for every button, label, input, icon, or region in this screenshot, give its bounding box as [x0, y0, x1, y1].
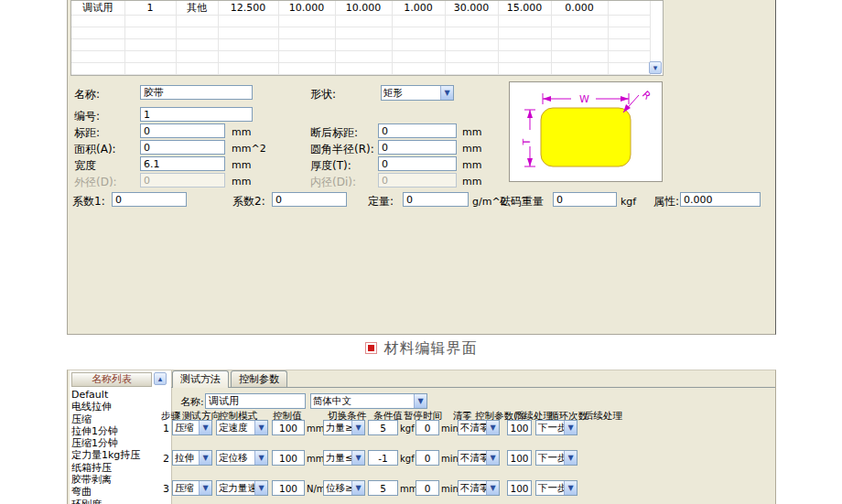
table-row[interactable] — [71, 63, 650, 75]
attribute-field[interactable] — [680, 192, 761, 207]
break-gauge-field[interactable] — [378, 123, 457, 138]
chevron-down-icon[interactable]: ▼ — [199, 451, 211, 465]
chevron-down-icon[interactable]: ▼ — [486, 451, 499, 465]
direction-select[interactable]: 压缩▼ — [172, 420, 212, 435]
condition-value-field[interactable] — [368, 420, 398, 435]
area-field[interactable] — [140, 140, 225, 155]
coef2-field[interactable] — [272, 192, 347, 207]
list-item[interactable]: 定力量1kg持压 — [71, 449, 168, 461]
width-field[interactable] — [140, 156, 225, 171]
next-step-select[interactable]: 下一步▼ — [535, 480, 578, 496]
switch-condition-select[interactable]: 力量≤▼ — [323, 450, 365, 466]
unit-label: mm^2 — [232, 143, 266, 155]
list-item[interactable]: 纸箱持压 — [71, 462, 168, 474]
cell[interactable]: 10.000 — [278, 1, 335, 16]
chevron-down-icon[interactable]: ▼ — [254, 451, 267, 465]
cell[interactable]: 其他 — [176, 1, 218, 16]
name-list: 名称列表 ▴ Default 电线拉伸 压缩 拉伸1分钟 压缩1分钟 定力量1k… — [70, 370, 172, 504]
name-list-header[interactable]: 名称列表 — [71, 372, 152, 387]
control-mode-select[interactable]: 定速度▼ — [216, 420, 268, 435]
shape-diagram: W T R — [510, 82, 662, 181]
control-value-field[interactable] — [272, 480, 305, 496]
zero-select[interactable]: 不清零▼ — [458, 480, 500, 496]
chevron-down-icon[interactable]: ▼ — [351, 451, 364, 465]
control-param-field[interactable] — [507, 420, 532, 435]
control-value-field[interactable] — [272, 450, 305, 466]
name-field[interactable] — [140, 85, 253, 100]
grammage-field[interactable] — [403, 192, 469, 207]
tab-control-params[interactable]: 控制参数 — [231, 370, 287, 387]
scroll-down-icon[interactable]: ▾ — [649, 61, 662, 74]
chevron-down-icon[interactable]: ▼ — [199, 421, 211, 434]
cell[interactable]: 30.000 — [445, 1, 498, 16]
table-row[interactable]: 调试用 1 其他 12.500 10.000 10.000 1.000 30.0… — [71, 1, 650, 16]
control-mode-select[interactable]: 定位移▼ — [216, 450, 268, 466]
cell[interactable]: 15.000 — [498, 1, 551, 16]
direction-select[interactable]: 压缩▼ — [172, 480, 212, 496]
control-param-field[interactable] — [507, 480, 532, 496]
gauge-field[interactable] — [140, 123, 225, 138]
dim-t-label: T — [521, 138, 533, 145]
condition-value-field[interactable] — [368, 450, 398, 466]
cell[interactable]: 1 — [124, 1, 176, 16]
thickness-field[interactable] — [378, 156, 457, 171]
scroll-up-icon[interactable]: ▴ — [154, 372, 167, 385]
field-label: 内径(Di): — [310, 175, 356, 190]
list-item[interactable]: Default — [71, 389, 168, 401]
list-item[interactable]: 环刚度 — [71, 499, 168, 504]
coef1-field[interactable] — [112, 192, 187, 207]
outer-diameter-field — [140, 173, 225, 188]
control-mode-select[interactable]: 定力量速率▼ — [216, 480, 268, 496]
table-row[interactable] — [71, 16, 650, 27]
number-field[interactable] — [140, 107, 253, 122]
condition-value-field[interactable] — [368, 480, 398, 496]
chevron-down-icon[interactable]: ▼ — [254, 421, 267, 434]
chevron-down-icon[interactable]: ▼ — [564, 421, 577, 434]
materials-table[interactable]: 调试用 1 其他 12.500 10.000 10.000 1.000 30.0… — [70, 0, 664, 76]
list-item[interactable]: 压缩 — [71, 413, 168, 425]
list-item[interactable]: 压缩1分钟 — [71, 437, 168, 449]
material-edit-panel: 调试用 1 其他 12.500 10.000 10.000 1.000 30.0… — [67, 0, 776, 335]
pause-time-field[interactable] — [416, 450, 439, 466]
shape-select[interactable]: 矩形 ▼ — [381, 85, 454, 101]
chevron-down-icon[interactable]: ▼ — [564, 481, 577, 495]
list-item[interactable]: 弯曲 — [71, 486, 168, 498]
chevron-down-icon[interactable]: ▼ — [351, 421, 364, 434]
chevron-down-icon[interactable]: ▼ — [351, 481, 364, 495]
chevron-down-icon[interactable]: ▼ — [414, 394, 426, 408]
chevron-down-icon[interactable]: ▼ — [254, 481, 267, 495]
language-select[interactable]: 简体中文 ▼ — [310, 393, 427, 409]
control-value-field[interactable] — [272, 420, 305, 435]
chevron-down-icon[interactable]: ▼ — [199, 481, 211, 495]
direction-select[interactable]: 拉伸▼ — [172, 450, 212, 466]
chevron-down-icon[interactable]: ▼ — [440, 86, 453, 100]
zero-select[interactable]: 不清零▼ — [458, 420, 500, 435]
table-row[interactable] — [71, 39, 650, 51]
tab-test-method[interactable]: 测试方法 — [172, 370, 229, 388]
cell[interactable]: 0.000 — [551, 1, 608, 16]
table-row[interactable] — [71, 27, 650, 39]
cell — [608, 1, 650, 16]
pause-time-field[interactable] — [416, 420, 439, 435]
next-step-select[interactable]: 下一步▼ — [535, 450, 578, 466]
chevron-down-icon[interactable]: ▼ — [486, 421, 499, 434]
chevron-down-icon[interactable]: ▼ — [486, 481, 499, 495]
cell[interactable]: 1.000 — [392, 1, 445, 16]
pause-time-field[interactable] — [416, 480, 439, 496]
cell[interactable]: 10.000 — [335, 1, 392, 16]
switch-condition-select[interactable]: 位移≥▼ — [323, 480, 365, 496]
method-name-field[interactable] — [205, 393, 306, 409]
switch-condition-select[interactable]: 力量≥▼ — [323, 420, 365, 435]
zero-select[interactable]: 不清零▼ — [458, 450, 500, 466]
cell[interactable]: 12.500 — [218, 1, 278, 16]
list-item[interactable]: 拉伸1分钟 — [71, 425, 168, 437]
control-param-field[interactable] — [507, 450, 532, 466]
chevron-down-icon[interactable]: ▼ — [564, 451, 577, 465]
next-step-select[interactable]: 下一步▼ — [535, 420, 578, 435]
weight-field[interactable] — [553, 192, 617, 207]
list-item[interactable]: 电线拉伸 — [71, 401, 168, 413]
corner-radius-field[interactable] — [378, 140, 457, 155]
table-row[interactable] — [71, 51, 650, 63]
cell[interactable]: 调试用 — [71, 1, 124, 16]
list-item[interactable]: 胶带剥离 — [71, 474, 168, 486]
